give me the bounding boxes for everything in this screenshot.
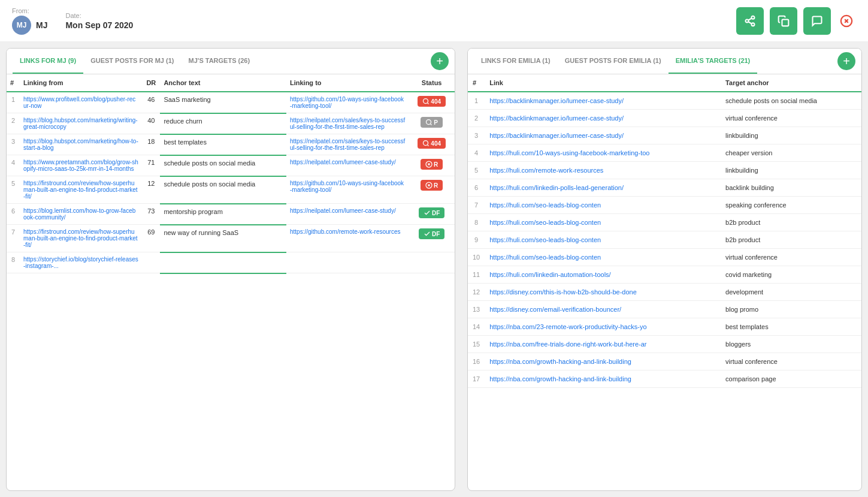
- row-anchor: development: [721, 284, 861, 301]
- row-link: https://huli.com/seo-leads-blog-conten: [485, 214, 721, 231]
- user-name: MJ: [36, 20, 47, 30]
- table-row: 3 https://backlinkmanager.io/lumeer-case…: [468, 127, 861, 144]
- left-tab-bar: LINKS FOR MJ (9) GUEST POSTS FOR MJ (1) …: [7, 49, 455, 74]
- row-num: 1: [7, 92, 20, 113]
- row-dr: 12: [142, 176, 160, 204]
- right-col-num: #: [468, 74, 485, 92]
- row-num: 9: [468, 231, 485, 249]
- row-link: https://disney.com/email-verification-bo…: [485, 301, 721, 318]
- table-row: 15 https://nba.com/free-trials-done-righ…: [468, 336, 861, 353]
- svg-line-10: [428, 103, 429, 104]
- user-info: MJ MJ: [12, 16, 47, 35]
- row-anchor: virtual conference: [721, 249, 861, 266]
- table-row: 17 https://nba.com/growth-hacking-and-li…: [468, 371, 861, 388]
- top-right: [736, 7, 856, 35]
- left-add-button[interactable]: +: [431, 52, 449, 70]
- row-anchor: blog promo: [721, 301, 861, 318]
- row-num: 17: [468, 371, 485, 388]
- row-anchor: best templates: [721, 318, 861, 336]
- table-row: 10 https://huli.com/seo-leads-blog-conte…: [468, 249, 861, 266]
- row-num: 3: [468, 127, 485, 144]
- row-link: https://nba.com/23-remote-work-productiv…: [485, 318, 721, 336]
- row-anchor: b2b product: [721, 231, 861, 249]
- tab-guest-posts-emilia[interactable]: GUEST POSTS FOR EMILIA (1): [558, 49, 669, 74]
- row-num: 2: [7, 113, 20, 134]
- table-row: 6 https://blog.lemlist.com/how-to-grow-f…: [7, 204, 455, 225]
- row-status: DF: [409, 225, 455, 252]
- row-anchor: [160, 252, 286, 273]
- svg-point-11: [427, 120, 431, 125]
- share-button[interactable]: [736, 7, 764, 35]
- row-num: 7: [7, 225, 20, 252]
- row-num: 14: [468, 318, 485, 336]
- row-num: 5: [7, 176, 20, 204]
- row-num: 13: [468, 301, 485, 318]
- col-num: #: [7, 74, 20, 92]
- row-num: 4: [7, 155, 20, 176]
- table-row: 5 https://firstround.com/review/how-supe…: [7, 176, 455, 204]
- right-tab-bar: LINKS FOR EMILIA (1) GUEST POSTS FOR EMI…: [468, 49, 861, 74]
- tab-links-emilia[interactable]: LINKS FOR EMILIA (1): [474, 49, 558, 74]
- row-link: https://backlinkmanager.io/lumeer-case-s…: [485, 110, 721, 127]
- row-status: 404: [409, 92, 455, 113]
- row-linking-from: https://www.preetamnath.com/blog/grow-sh…: [20, 155, 142, 176]
- svg-rect-5: [782, 19, 789, 26]
- row-num: 15: [468, 336, 485, 353]
- table-row: 7 https://huli.com/seo-leads-blog-conten…: [468, 197, 861, 214]
- table-row: 1 https://backlinkmanager.io/lumeer-case…: [468, 92, 861, 110]
- row-link: https://nba.com/growth-hacking-and-link-…: [485, 353, 721, 371]
- row-num: 6: [468, 179, 485, 197]
- table-row: 8 https://storychief.io/blog/storychief-…: [7, 252, 455, 273]
- row-anchor: backlink building: [721, 179, 861, 197]
- row-status: R: [409, 176, 455, 204]
- svg-line-14: [428, 144, 429, 146]
- row-num: 6: [7, 204, 20, 225]
- date-label: Date:: [65, 12, 133, 19]
- share-icon: [744, 15, 756, 27]
- row-anchor: schedule posts on social media: [160, 176, 286, 204]
- row-link: https://huli.com/seo-leads-blog-conten: [485, 197, 721, 214]
- row-num: 11: [468, 266, 485, 284]
- right-panel: LINKS FOR EMILIA (1) GUEST POSTS FOR EMI…: [467, 48, 862, 491]
- row-anchor: comparison page: [721, 371, 861, 388]
- row-linking-to: https://neilpatel.com/lumeer-case-study/: [286, 204, 409, 225]
- row-num: 16: [468, 353, 485, 371]
- row-dr: 46: [142, 92, 160, 113]
- row-dr: 73: [142, 204, 160, 225]
- table-row: 7 https://firstround.com/review/how-supe…: [7, 225, 455, 252]
- table-row: 6 https://huli.com/linkedin-polls-lead-g…: [468, 179, 861, 197]
- row-num: 4: [468, 144, 485, 162]
- svg-point-0: [752, 16, 755, 19]
- tab-guest-posts-mj[interactable]: GUEST POSTS FOR MJ (1): [83, 49, 181, 74]
- col-status: Status: [409, 74, 455, 92]
- message-button[interactable]: [803, 7, 831, 35]
- tab-targets-emilia[interactable]: EMILIA'S TARGETS (21): [669, 49, 758, 74]
- table-row: 4 https://huli.com/10-ways-using-faceboo…: [468, 144, 861, 162]
- tab-targets-mj[interactable]: MJ'S TARGETS (26): [181, 49, 257, 74]
- avatar: MJ: [12, 16, 31, 35]
- top-bar: From: MJ MJ Date: Mon Sep 07 2020: [0, 0, 868, 42]
- row-dr: 18: [142, 134, 160, 155]
- svg-line-4: [748, 18, 752, 20]
- row-anchor: reduce churn: [160, 113, 286, 134]
- row-link: https://disney.com/this-is-how-b2b-shoul…: [485, 284, 721, 301]
- row-linking-from: https://blog.lemlist.com/how-to-grow-fac…: [20, 204, 142, 225]
- top-left: From: MJ MJ Date: Mon Sep 07 2020: [12, 7, 133, 35]
- right-col-link: Link: [485, 74, 721, 92]
- row-anchor: virtual conference: [721, 353, 861, 371]
- table-row: 9 https://huli.com/seo-leads-blog-conten…: [468, 231, 861, 249]
- table-row: 11 https://huli.com/linkedin-automation-…: [468, 266, 861, 284]
- copy-button[interactable]: [770, 7, 797, 35]
- close-button[interactable]: [837, 11, 856, 31]
- right-col-anchor: Target anchor: [721, 74, 861, 92]
- right-table-wrap: # Link Target anchor 1 https://backlinkm…: [468, 74, 861, 490]
- row-num: 1: [468, 92, 485, 110]
- row-anchor: best templates: [160, 134, 286, 155]
- right-add-button[interactable]: +: [837, 52, 855, 70]
- from-label: From:: [12, 7, 47, 14]
- tab-links-mj[interactable]: LINKS FOR MJ (9): [13, 49, 83, 74]
- table-row: 2 https://backlinkmanager.io/lumeer-case…: [468, 110, 861, 127]
- col-anchor: Anchor text: [160, 74, 286, 92]
- from-section: From: MJ MJ: [12, 7, 47, 35]
- row-anchor: schedule posts on social media: [160, 155, 286, 176]
